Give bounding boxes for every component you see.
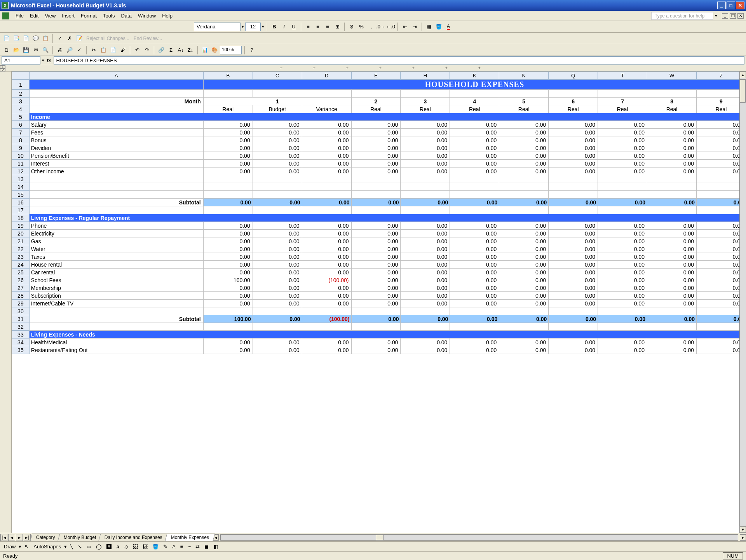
tab-nav-next[interactable]: ▸	[16, 534, 23, 541]
cell[interactable]: 0.00	[450, 144, 499, 152]
cell[interactable]	[29, 90, 203, 98]
cell[interactable]: Real	[499, 105, 549, 113]
decrease-decimal-button[interactable]: ←.0	[386, 23, 395, 31]
help-search-input[interactable]: Type a question for help	[651, 12, 713, 20]
cell[interactable]: Membership	[29, 284, 203, 292]
header-cell[interactable]: 12	[12, 167, 30, 175]
cell[interactable]: 0.00	[647, 121, 697, 129]
font-select[interactable]: Verdana	[194, 23, 241, 31]
cell[interactable]: Real	[401, 105, 450, 113]
cell[interactable]: 0.00	[351, 284, 401, 292]
tab-nav-first[interactable]: |◂	[0, 534, 7, 541]
cell[interactable]: 0.00	[302, 129, 351, 136]
cell[interactable]: 0.00	[647, 136, 697, 144]
cell[interactable]	[696, 183, 746, 191]
cell[interactable]: 0.00	[302, 136, 351, 144]
cell[interactable]: 0.00	[598, 253, 647, 261]
menu-format[interactable]: Format	[78, 12, 100, 19]
open-button[interactable]: 📂	[12, 46, 21, 54]
outline-expand-icon[interactable]: +	[280, 65, 282, 71]
cell[interactable]: 0.00	[450, 152, 499, 160]
cell[interactable]: 0.00	[253, 121, 302, 129]
track-icon[interactable]: 📝	[75, 34, 84, 43]
cell[interactable]: 0.00	[647, 261, 697, 269]
cell[interactable]: 0.00	[647, 346, 697, 354]
align-right-button[interactable]: ≡	[323, 23, 332, 31]
menu-insert[interactable]: Insert	[59, 12, 78, 19]
cell[interactable]: 0.00	[351, 338, 401, 346]
cell[interactable]	[598, 175, 647, 183]
outline-expand-icon[interactable]: +	[412, 65, 415, 71]
cell[interactable]: 0.00	[401, 222, 450, 230]
cell[interactable]: 0.00	[598, 167, 647, 175]
cell[interactable]	[351, 183, 401, 191]
cell[interactable]	[450, 307, 499, 315]
new-comment-icon[interactable]: 📄	[2, 34, 11, 43]
cell[interactable]	[401, 307, 450, 315]
header-cell[interactable]: C	[253, 72, 302, 80]
cell[interactable]	[351, 206, 401, 214]
cell[interactable]: 0.00	[598, 300, 647, 307]
cell[interactable]	[647, 307, 697, 315]
cell[interactable]: 0.00	[696, 199, 746, 206]
hscroll-thumb[interactable]	[376, 535, 383, 540]
cell[interactable]: 0.00	[302, 230, 351, 237]
cell[interactable]: 0.00	[351, 136, 401, 144]
cell[interactable]	[203, 175, 253, 183]
outline-expand-icon[interactable]: +	[478, 65, 481, 71]
cell[interactable]: 100.00	[203, 315, 253, 323]
cell[interactable]: 0.00	[253, 230, 302, 237]
cell[interactable]: 0.00	[598, 315, 647, 323]
cell[interactable]: 0.00	[253, 253, 302, 261]
line-icon[interactable]: ╲	[68, 543, 75, 550]
header-cell[interactable]: 4	[12, 105, 30, 113]
cell[interactable]: 0.00	[549, 152, 598, 160]
cell[interactable]: 0.00	[450, 276, 499, 284]
chart-button[interactable]: 📊	[200, 46, 209, 54]
header-cell[interactable]: 31	[12, 315, 30, 323]
cell[interactable]: 0.00	[302, 222, 351, 230]
header-cell[interactable]: 8	[12, 136, 30, 144]
cell[interactable]: 0.00	[598, 276, 647, 284]
header-cell[interactable]: 3	[12, 98, 30, 105]
header-cell[interactable]: 10	[12, 152, 30, 160]
cell[interactable]: 0.00	[302, 144, 351, 152]
cell[interactable]: 0.00	[351, 276, 401, 284]
cell[interactable]: 0.00	[598, 152, 647, 160]
cell[interactable]: Real	[351, 105, 401, 113]
cell[interactable]: 0.00	[499, 338, 549, 346]
cell[interactable]: School Fees	[29, 276, 203, 284]
shadow-icon[interactable]: ◼	[203, 543, 210, 550]
cell[interactable]: 0.00	[302, 292, 351, 300]
spelling-button[interactable]: ✓	[75, 46, 84, 54]
cell[interactable]: 2	[351, 98, 401, 105]
accept-icon[interactable]: ✓	[56, 34, 64, 43]
cell[interactable]: 0.00	[549, 144, 598, 152]
help-button[interactable]: ?	[248, 46, 256, 54]
cell[interactable]	[203, 206, 253, 214]
cell[interactable]: 0.00	[647, 222, 697, 230]
outline-expand-icon[interactable]: +	[445, 65, 448, 71]
cell[interactable]: 0.00	[401, 152, 450, 160]
line-color-icon[interactable]: ✎	[162, 543, 169, 550]
cell[interactable]: 0.00	[203, 338, 253, 346]
cell[interactable]	[351, 90, 401, 98]
cell[interactable]: 0.00	[549, 253, 598, 261]
cell[interactable]	[598, 307, 647, 315]
cell[interactable]	[499, 183, 549, 191]
cell[interactable]: 0.00	[203, 199, 253, 206]
header-cell[interactable]: W	[647, 72, 697, 80]
cell[interactable]: 0.00	[696, 160, 746, 167]
cell[interactable]	[203, 307, 253, 315]
cell[interactable]: Salary	[29, 121, 203, 129]
cell[interactable]: 0.00	[401, 346, 450, 354]
cell[interactable]: 0.00	[450, 269, 499, 276]
cell[interactable]	[253, 90, 302, 98]
cell[interactable]	[598, 323, 647, 331]
sheet-tab[interactable]: Category	[30, 534, 61, 541]
cell[interactable]: Subtotal	[29, 315, 203, 323]
cell[interactable]: 0.00	[696, 245, 746, 253]
cell[interactable]: 0.00	[401, 167, 450, 175]
cell[interactable]: 0.00	[549, 276, 598, 284]
cell[interactable]	[253, 323, 302, 331]
